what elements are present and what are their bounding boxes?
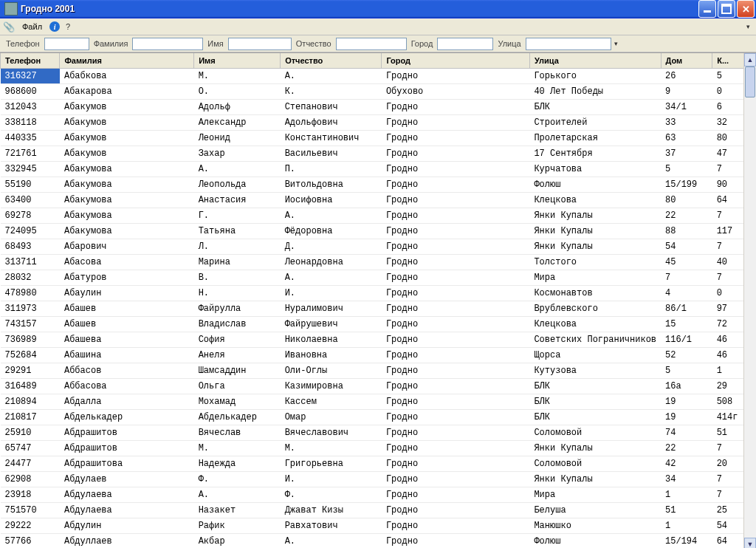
filter-dropdown-caret[interactable]: ▾	[613, 40, 619, 47]
table-row[interactable]: 721761АбакумовЗахарВасильевичГродно17 Се…	[1, 146, 756, 162]
table-row[interactable]: 63400АбакумоваАнастасияИосифовнаГродноКл…	[1, 193, 756, 208]
cell-street: БЛК	[529, 379, 661, 394]
scroll-up-arrow-icon[interactable]: ▲	[744, 53, 756, 66]
cell-patronymic: Фёдоровна	[281, 224, 382, 239]
filter-surname-input[interactable]	[132, 38, 203, 50]
table-row[interactable]: 743157АбашевВладиславФайрушевичГродноКле…	[1, 317, 756, 332]
filter-phone-input[interactable]	[44, 38, 89, 50]
cell-patronymic: Казимировна	[281, 379, 382, 394]
cell-street: Янки Купалы	[529, 472, 661, 487]
cell-city: Гродно	[382, 224, 530, 239]
table-row[interactable]: 751570АбдулаеваНазакетДжават КизыГродноБ…	[1, 503, 756, 518]
table-row[interactable]: 338118АбакумовАлександрАдольфовичГродноС…	[1, 115, 756, 131]
table-row[interactable]: 724095АбакумоваТатьянаФёдоровнаГродноЯнк…	[1, 224, 756, 239]
menu-help[interactable]: ?	[63, 22, 73, 31]
table-row[interactable]: 311973АбашевФайруллаНуралимовичГродноВру…	[1, 301, 756, 317]
cell-house: 88	[661, 224, 712, 239]
cell-street: Клецкова	[529, 317, 661, 332]
window-title: Гродно 2001	[21, 4, 698, 14]
cell-phone: 25910	[1, 425, 60, 441]
cell-city: Гродно	[382, 131, 530, 146]
cell-surname: Абабкова	[60, 69, 194, 84]
filter-patronymic-input[interactable]	[336, 38, 407, 50]
cell-patronymic: И.	[281, 286, 382, 301]
table-row[interactable]: 68493АбаровичЛ.Д.ГродноЯнки Купалы547	[1, 239, 756, 255]
cell-city: Гродно	[382, 410, 530, 425]
col-header-firstname[interactable]: Имя	[194, 53, 281, 69]
table-row[interactable]: 332945АбакумоваА.П.ГродноКурчатова57	[1, 162, 756, 177]
attachment-icon[interactable]: 📎	[3, 21, 15, 32]
cell-phone: 316327	[1, 69, 60, 84]
cell-patronymic: Николаевна	[281, 332, 382, 348]
col-header-house[interactable]: Дом	[661, 53, 712, 69]
cell-patronymic: Оли-Оглы	[281, 363, 382, 379]
cell-patronymic: Витольдовна	[281, 177, 382, 193]
table-row[interactable]: 313711АбасоваМаринаЛеонардовнаГродноТолс…	[1, 255, 756, 270]
filter-firstname-input[interactable]	[228, 38, 292, 50]
table-row[interactable]: 25910АбдрашитовВячеславВячеславовичГродн…	[1, 425, 756, 441]
table-row[interactable]: 55190АбакумоваЛеопольдаВитольдовнаГродно…	[1, 177, 756, 193]
filter-street-input[interactable]	[526, 38, 611, 50]
cell-patronymic: П.	[281, 162, 382, 177]
table-row[interactable]: 316489АббасоваОльгаКазимировнаГродноБЛК1…	[1, 379, 756, 394]
cell-house: 7	[661, 270, 712, 286]
cell-firstname: Адольф	[194, 100, 281, 115]
cell-city: Гродно	[382, 425, 530, 441]
scrollbar-thumb[interactable]	[745, 66, 755, 97]
table-row[interactable]: 752684АбашинаАнеляИвановнаГродноЩорса524…	[1, 348, 756, 363]
close-button[interactable]: ✕	[737, 0, 755, 18]
table-row[interactable]: 210894АбдаллаМохамадКассемГродноБЛК19508	[1, 394, 756, 410]
menu-file[interactable]: Файл	[18, 21, 47, 32]
cell-surname: Абакумова	[60, 177, 194, 193]
col-header-surname[interactable]: Фамилия	[60, 53, 194, 69]
table-row[interactable]: 478980АбаулинН.И.ГродноКосмонавтов40	[1, 286, 756, 301]
table-row[interactable]: 312043АбакумовАдольфСтепановичГродноБЛК3…	[1, 100, 756, 115]
cell-house: 4	[661, 286, 712, 301]
vertical-scrollbar[interactable]: ▲ ▼	[743, 53, 756, 548]
cell-street: БЛК	[529, 394, 661, 410]
table-row[interactable]: 57766АбдуллаевАкбарА.ГродноФолюш15/19464	[1, 534, 756, 549]
cell-firstname: Владислав	[194, 317, 281, 332]
cell-street: Янки Купалы	[529, 224, 661, 239]
minimize-button[interactable]	[698, 0, 716, 18]
cell-phone: 724095	[1, 224, 60, 239]
cell-surname: Абакарова	[60, 84, 194, 100]
cell-phone: 736989	[1, 332, 60, 348]
cell-patronymic: Джават Кизы	[281, 503, 382, 518]
table-row[interactable]: 440335АбакумовЛеонидКонстантиновичГродно…	[1, 131, 756, 146]
cell-phone: 29222	[1, 518, 60, 534]
cell-house: 15	[661, 317, 712, 332]
table-row[interactable]: 69278АбакумоваГ.А.ГродноЯнки Купалы227	[1, 208, 756, 224]
table-row[interactable]: 24477АбдрашитоваНадеждаГригорьевнаГродно…	[1, 456, 756, 472]
cell-house: 5	[661, 162, 712, 177]
cell-house: 1	[661, 518, 712, 534]
table-row[interactable]: 23918АбдулаеваА.Ф.ГродноМира17	[1, 487, 756, 503]
cell-phone: 332945	[1, 162, 60, 177]
cell-street: Манюшко	[529, 518, 661, 534]
scroll-down-arrow-icon[interactable]: ▼	[744, 538, 756, 548]
table-row[interactable]: 29291АббасовШамсаддинОли-ОглыГродноКутуз…	[1, 363, 756, 379]
filter-city-input[interactable]	[437, 38, 493, 50]
cell-patronymic: Леонардовна	[281, 255, 382, 270]
table-row[interactable]: 736989АбашеваСофияНиколаевнаГродноСоветс…	[1, 332, 756, 348]
table-row[interactable]: 968600АбакароваО.К.Обухово40 Лет Победы9…	[1, 84, 756, 100]
cell-phone: 210894	[1, 394, 60, 410]
cell-phone: 751570	[1, 503, 60, 518]
col-header-city[interactable]: Город	[382, 53, 530, 69]
table-row[interactable]: 210817АбделькадерАбделькадерОмарГродноБЛ…	[1, 410, 756, 425]
table-row[interactable]: 316327АбабковаМ.А.ГродноГорького265	[1, 69, 756, 84]
col-header-phone[interactable]: Телефон	[1, 53, 60, 69]
cell-city: Гродно	[382, 100, 530, 115]
col-header-street[interactable]: Улица	[529, 53, 661, 69]
table-row[interactable]: 62908АбдулаевФ.И.ГродноЯнки Купалы347	[1, 472, 756, 487]
table-row[interactable]: 28032АбатуровВ.А.ГродноМира77	[1, 270, 756, 286]
cell-phone: 68493	[1, 239, 60, 255]
maximize-button[interactable]	[718, 0, 735, 18]
cell-city: Гродно	[382, 503, 530, 518]
toolbar-options-caret[interactable]: ▾	[743, 23, 753, 30]
col-header-patronymic[interactable]: Отчество	[281, 53, 382, 69]
table-row[interactable]: 65747АбдрашитовМ.М.ГродноЯнки Купалы227	[1, 441, 756, 456]
table-row[interactable]: 29222АбдулинРафикРавхатовичГродноМанюшко…	[1, 518, 756, 534]
cell-street: Строителей	[529, 115, 661, 131]
info-icon[interactable]: i	[49, 21, 60, 32]
